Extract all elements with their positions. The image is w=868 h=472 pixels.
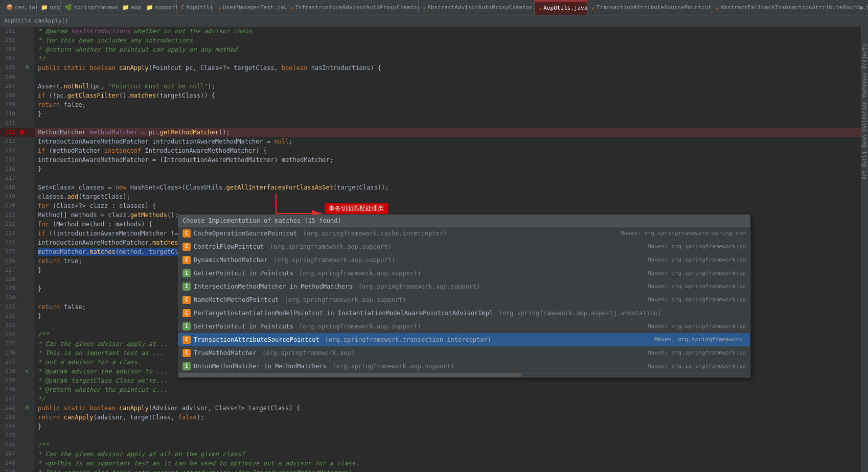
item-icon-6: C bbox=[182, 309, 191, 317]
code-line-212: 212 MethodMatcher methodMatcher = pc.get… bbox=[0, 128, 861, 137]
code-line-248: 248 * <p>This is an important test as it… bbox=[0, 459, 861, 468]
autocomplete-item-8[interactable]: C TransactionAttributeSourcePointcut (or… bbox=[178, 333, 750, 346]
autocomplete-item-3[interactable]: I GetterPointcut in Pointcuts (org.sprin… bbox=[178, 267, 750, 280]
right-sidebar: Projects Database Bean Validation Ant Bu… bbox=[861, 27, 868, 472]
java-icon-6: ☕ bbox=[716, 5, 719, 10]
code-line-219: 219 classes.add(targetClass); bbox=[0, 192, 861, 201]
code-line-244: 244 } bbox=[0, 422, 861, 431]
code-line-245: 245 bbox=[0, 431, 861, 440]
item-icon-1: C bbox=[182, 243, 191, 251]
code-line-246: 246 /** bbox=[0, 440, 861, 450]
tab-bar: 📦 ces.jar 📁 org 🌿 springframework 📁 aop … bbox=[0, 0, 868, 15]
support-icon: 📁 bbox=[146, 4, 153, 11]
code-line-205: 205 M public static boolean canApply(Poi… bbox=[0, 63, 861, 73]
item-icon-9: C bbox=[182, 349, 191, 357]
tab-abstractfallback[interactable]: ☕ AbstractFallbackTransactionAttributeSo… bbox=[712, 1, 858, 15]
java-icon-1: ☕ bbox=[218, 5, 221, 10]
breakpoint-indicator bbox=[20, 130, 24, 134]
code-line-211: 211 bbox=[0, 119, 861, 128]
code-line-243: 243 return canApply(advisor, targetClass… bbox=[0, 413, 861, 422]
code-line-209: 209 return false; bbox=[0, 100, 861, 109]
code-line-240: 240 * @return whether the pointcut c... bbox=[0, 385, 861, 394]
code-line-249: 249 * This version also takes into accou… bbox=[0, 468, 861, 472]
code-line-210: 210 } bbox=[0, 109, 861, 119]
code-line-203: 203 * @return whether the pointcut can a… bbox=[0, 45, 861, 54]
java-icon-3: ☕ bbox=[423, 5, 426, 10]
item-icon-5: C bbox=[182, 296, 191, 304]
sidebar-label-ant-build[interactable]: Ant Build bbox=[861, 150, 868, 181]
item-icon-4: I bbox=[182, 282, 191, 291]
tab-aoputils-java[interactable]: ☕ AopUtils.java × bbox=[535, 1, 587, 15]
java-icon-5: ☕ bbox=[591, 5, 595, 10]
code-line-213: 213 IntroductionAwareMethodMatcher intro… bbox=[0, 137, 861, 146]
code-line-215: 215 introductionAwareMethodMatcher = (In… bbox=[0, 155, 861, 164]
tab-abstractadvisor[interactable]: ☕ AbstractAdvisorAutoProxyCreator.java × bbox=[419, 1, 535, 15]
autocomplete-item-1[interactable]: C ControlFlowPointcut (org.springframewo… bbox=[178, 240, 750, 253]
autocomplete-item-6[interactable]: C PerTargetInstantiationModelPointcut in… bbox=[178, 306, 750, 320]
tab-support[interactable]: 📁 support bbox=[142, 1, 177, 15]
tab-infrastructure[interactable]: ☕ InfrastructureAdvisorAutoProxyCreator.… bbox=[286, 1, 419, 15]
autocomplete-item-10[interactable]: I UnionMethodMatcher in MethodMatchers (… bbox=[178, 360, 750, 373]
item-icon-2: C bbox=[182, 256, 191, 264]
code-line-220: 220 for (Class<?> clazz : classes) { bbox=[0, 201, 861, 210]
jar-icon: 📦 bbox=[6, 4, 13, 11]
editor-container: 201 * @param hasIntroductions whether or… bbox=[0, 27, 868, 472]
aop-icon: 📁 bbox=[122, 4, 129, 11]
autocomplete-item-0[interactable]: C CacheOperationSourcePointcut (org.spri… bbox=[178, 227, 750, 240]
code-line-214: 214 if (methodMatcher instanceof Introdu… bbox=[0, 146, 861, 155]
item-icon-8: C bbox=[182, 336, 191, 344]
code-line-217: 217 bbox=[0, 174, 861, 183]
tab-aop[interactable]: 📁 aop bbox=[118, 1, 142, 15]
code-line-201: 201 * @param hasIntroductions whether or… bbox=[0, 27, 861, 36]
code-line-247: 247 * Can the given advisor apply at all… bbox=[0, 450, 861, 459]
tab-usermanager[interactable]: ☕ UserManagerTest.java × bbox=[214, 1, 286, 15]
sidebar-label-bean-validation[interactable]: Bean Validation bbox=[861, 99, 868, 149]
sidebar-label-projects[interactable]: Projects bbox=[861, 42, 868, 70]
tab-springframework[interactable]: 🌿 springframework bbox=[61, 1, 118, 15]
breadcrumb: AopUtils canApply() bbox=[0, 15, 868, 27]
sidebar-label-database[interactable]: Database bbox=[861, 70, 868, 99]
autocomplete-scrollbar[interactable] bbox=[178, 373, 750, 377]
autocomplete-item-2[interactable]: C DynamicMethodMatcher (org.springframew… bbox=[178, 253, 750, 267]
autocomplete-title: Choose Implementation of matches (15 fou… bbox=[178, 215, 750, 227]
tab-ces-jar[interactable]: 📦 ces.jar bbox=[2, 1, 37, 15]
item-icon-0: C bbox=[182, 229, 191, 238]
autocomplete-item-9[interactable]: C TrueMethodMatcher (org.springframework… bbox=[178, 346, 750, 360]
code-line-218: 218 Set<Class> classes = new HashSet<Cla… bbox=[0, 183, 861, 192]
autocomplete-item-4[interactable]: I IntersectionMethodMatcher in MethodMat… bbox=[178, 280, 750, 293]
spring-icon: 🌿 bbox=[65, 4, 72, 11]
tab-transaction-pointcut[interactable]: ☕ TransactionAttributeSourcePointcut.jav… bbox=[587, 1, 712, 15]
tab-scroll-right[interactable]: ▶ bbox=[858, 4, 866, 11]
item-icon-10: I bbox=[182, 362, 191, 370]
tab-org[interactable]: 📁 org bbox=[37, 1, 61, 15]
autocomplete-popup: Choose Implementation of matches (15 fou… bbox=[178, 215, 750, 377]
tab-aoputils[interactable]: C AopUtils bbox=[177, 1, 212, 15]
cls-icon: C bbox=[181, 4, 185, 11]
item-icon-3: I bbox=[182, 269, 191, 277]
java-icon-2: ☕ bbox=[290, 5, 293, 10]
code-line-207: 207 Assert.notNull(pc, "Pointcut must no… bbox=[0, 82, 861, 91]
autocomplete-item-5[interactable]: C NameMatchMethodPointcut (org.springfra… bbox=[178, 293, 750, 306]
pkg-icon: 📁 bbox=[41, 4, 48, 11]
code-line-208: 208 if (!pc.getClassFilter().matches(tar… bbox=[0, 91, 861, 100]
java-icon-4: ☕ bbox=[539, 5, 542, 11]
autocomplete-item-7[interactable]: I SetterPointcut in Pointcuts (org.sprin… bbox=[178, 320, 750, 333]
code-line-241: 241 */ bbox=[0, 394, 861, 404]
item-icon-7: I bbox=[182, 322, 191, 331]
code-line-204: 204 */ bbox=[0, 54, 861, 63]
code-line-216: 216 } bbox=[0, 164, 861, 174]
code-line-202: 202 * for this bean includes any introdu… bbox=[0, 36, 861, 45]
code-line-242: 242 M public static boolean canApply(Adv… bbox=[0, 404, 861, 413]
code-line-206: 206 bbox=[0, 73, 861, 82]
